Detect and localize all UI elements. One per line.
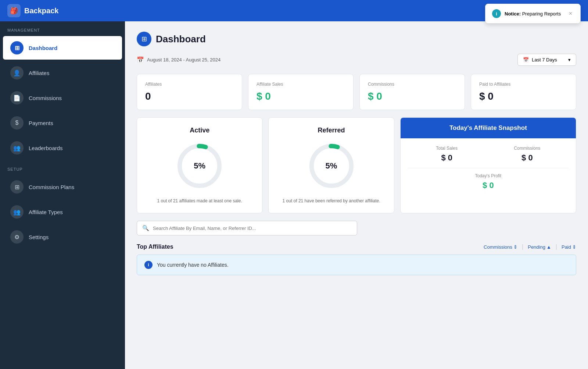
sort-pending-button[interactable]: Pending ▲ [528, 244, 551, 250]
app-title: Backpack [24, 7, 58, 15]
dashboard-icon: ⊞ [10, 41, 24, 54]
settings-icon: ⚙ [10, 230, 24, 244]
stat-card-paid-affiliates: Paid to Affiliates $ 0 [471, 74, 576, 110]
referred-donut-card: Referred 5% 1 out of 21 have been referr… [268, 117, 394, 213]
sidebar-item-dashboard[interactable]: ⊞ Dashboard [3, 36, 122, 60]
sort-paid-button[interactable]: Paid ⇕ [562, 244, 576, 250]
content-area: ⊞ Dashboard 📅 August 18, 2024 - August 2… [125, 21, 588, 369]
affiliate-types-icon: 👥 [10, 205, 24, 219]
notice-text: Notice: Preparing Reports [505, 11, 564, 17]
snapshot-commissions-label: Commissions [514, 146, 540, 151]
search-bar: 🔍 [137, 221, 357, 235]
middle-row: Active 5% 1 out of 21 affiliates made at… [137, 117, 576, 213]
sidebar-item-commission-plans[interactable]: ⊞ Commission Plans [3, 175, 122, 199]
sidebar-item-payments-label: Payments [29, 120, 53, 126]
app-logo: 🎒 Backpack [7, 4, 58, 17]
stat-card-affiliates: Affiliates 0 [137, 74, 242, 110]
top-affiliates-header: Top Affiliates Commissions ⇕ | Pending ▲… [137, 244, 576, 250]
referred-donut-desc: 1 out of 21 have been referred by anothe… [276, 198, 386, 204]
stat-label-commissions: Commissions [368, 82, 456, 87]
snapshot-header: Today's Affiliate Snapshot [401, 118, 576, 138]
payments-icon: $ [10, 116, 24, 129]
management-label: Management [0, 21, 125, 35]
sidebar-item-commission-plans-label: Commission Plans [29, 184, 74, 190]
dashboard-title-area: ⊞ Dashboard [137, 32, 206, 46]
sidebar-item-affiliates-label: Affiliates [29, 70, 49, 76]
notice-popup: i Notice: Preparing Reports × [485, 4, 581, 24]
main-layout: Management ⊞ Dashboard 👤 Affiliates 📄 Co… [0, 21, 588, 369]
sidebar-item-commissions[interactable]: 📄 Commissions [3, 86, 122, 110]
leaderboards-icon: 👥 [10, 141, 24, 155]
referred-donut-label: 5% [326, 161, 337, 171]
stat-card-commissions: Commissions $ 0 [359, 74, 465, 110]
sidebar-item-settings[interactable]: ⚙ Settings [3, 225, 122, 249]
stat-card-affiliate-sales: Affiliate Sales $ 0 [248, 74, 354, 110]
stat-label-affiliate-sales: Affiliate Sales [257, 82, 345, 87]
empty-state: i You currently have no Affiliates. [137, 255, 576, 275]
stat-label-affiliates: Affiliates [145, 82, 234, 87]
dashboard-title-icon: ⊞ [137, 32, 151, 46]
snapshot-row-1: Total Sales $ 0 Commissions $ 0 [408, 146, 569, 168]
dashboard-header: ⊞ Dashboard [137, 32, 576, 46]
top-affiliates-title: Top Affiliates [137, 244, 173, 250]
snapshot-body: Total Sales $ 0 Commissions $ 0 Today's … [401, 138, 576, 198]
search-input[interactable] [153, 226, 352, 231]
date-range-text: August 18, 2024 - August 25, 2024 [147, 57, 220, 63]
date-filter-row: 📅 August 18, 2024 - August 25, 2024 📅 La… [137, 54, 576, 66]
affiliates-icon: 👤 [10, 66, 24, 79]
active-donut-desc: 1 out of 21 affiliates made at least one… [144, 198, 255, 204]
sidebar-item-leaderboards[interactable]: 👥 Leaderboards [3, 136, 122, 160]
filter-select-inner: 📅 Last 7 Days [523, 57, 557, 63]
sidebar-item-affiliate-types-label: Affiliate Types [29, 209, 63, 215]
snapshot-commissions-value: $ 0 [514, 153, 540, 163]
search-icon: 🔍 [142, 225, 149, 231]
sort-commissions-arrows: ⇕ [513, 244, 517, 250]
active-donut-label: 5% [194, 161, 205, 171]
stat-value-paid-affiliates: $ 0 [479, 91, 568, 102]
sort-pending-arrows: ▲ [546, 244, 551, 250]
filter-label: Last 7 Days [532, 57, 557, 63]
sidebar-item-dashboard-label: Dashboard [29, 45, 57, 51]
notice-info-icon: i [492, 9, 501, 18]
commissions-icon: 📄 [10, 91, 24, 104]
snapshot-profit: Today's Profit $ 0 [475, 173, 502, 190]
active-donut-title: Active [144, 127, 255, 134]
setup-label: Setup [0, 160, 125, 174]
snapshot-total-sales-label: Total Sales [436, 146, 458, 151]
stat-cards: Affiliates 0 Affiliate Sales $ 0 Commiss… [137, 74, 576, 110]
snapshot-total-sales: Total Sales $ 0 [436, 146, 458, 163]
sidebar: Management ⊞ Dashboard 👤 Affiliates 📄 Co… [0, 21, 125, 369]
sort-buttons: Commissions ⇕ | Pending ▲ | Paid ⇕ [484, 244, 576, 250]
stat-value-affiliate-sales: $ 0 [257, 91, 345, 102]
referred-donut-title: Referred [276, 127, 386, 134]
empty-state-icon: i [144, 261, 153, 269]
snapshot-row-2: Today's Profit $ 0 [408, 173, 569, 190]
snapshot-profit-label: Today's Profit [475, 173, 502, 178]
stat-value-commissions: $ 0 [368, 91, 456, 102]
sidebar-item-leaderboards-label: Leaderboards [29, 145, 63, 151]
chevron-down-icon: ▾ [568, 57, 571, 63]
sort-commissions-button[interactable]: Commissions ⇕ [484, 244, 517, 250]
filter-calendar-icon: 📅 [523, 57, 529, 63]
date-range: 📅 August 18, 2024 - August 25, 2024 [137, 56, 220, 63]
snapshot-commissions: Commissions $ 0 [514, 146, 540, 163]
referred-donut-container: 5% [306, 140, 357, 192]
calendar-icon: 📅 [137, 56, 144, 63]
stat-value-affiliates: 0 [145, 91, 234, 102]
date-filter-select[interactable]: 📅 Last 7 Days ▾ [517, 54, 576, 66]
snapshot-total-sales-value: $ 0 [436, 153, 458, 163]
active-donut-container: 5% [174, 140, 225, 192]
notice-close-button[interactable]: × [567, 10, 574, 17]
sidebar-item-commissions-label: Commissions [29, 95, 62, 101]
empty-state-text: You currently have no Affiliates. [157, 262, 229, 268]
page-title: Dashboard [156, 33, 206, 45]
sidebar-item-affiliate-types[interactable]: 👥 Affiliate Types [3, 200, 122, 224]
commission-plans-icon: ⊞ [10, 180, 24, 194]
stat-label-paid-affiliates: Paid to Affiliates [479, 82, 568, 87]
sidebar-item-payments[interactable]: $ Payments [3, 111, 122, 135]
sort-paid-arrows: ⇕ [572, 244, 576, 250]
active-donut-card: Active 5% 1 out of 21 affiliates made at… [137, 117, 262, 213]
sidebar-item-affiliates[interactable]: 👤 Affiliates [3, 61, 122, 85]
snapshot-card: Today's Affiliate Snapshot Total Sales $… [400, 117, 576, 213]
snapshot-profit-value: $ 0 [475, 181, 502, 190]
